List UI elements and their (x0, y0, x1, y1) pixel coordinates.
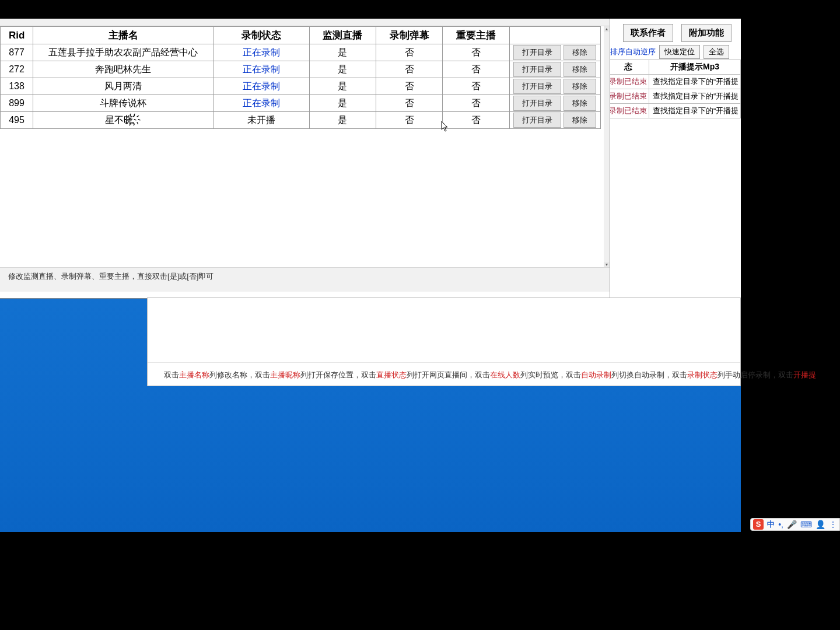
col-status[interactable]: 录制状态 (214, 27, 309, 44)
cell-state[interactable]: 录制已结束 (607, 89, 649, 104)
cell-mp3[interactable]: 查找指定目录下的“开播提 (649, 75, 741, 89)
scroll-up-icon[interactable]: ▴ (604, 26, 610, 32)
cell-actions: 打开目录 移除 (509, 44, 601, 61)
remove-button[interactable]: 移除 (564, 113, 596, 128)
table-row: 录制已结束查找指定目录下的“开播提 (607, 75, 741, 89)
cell-monitor[interactable]: 是 (309, 95, 376, 112)
cell-vip[interactable]: 否 (443, 61, 509, 78)
cell-actions: 打开目录 移除 (509, 95, 601, 112)
table-row: 138风月两清正在录制是否否打开目录 移除 (1, 78, 601, 95)
cell-danmu[interactable]: 否 (376, 61, 442, 78)
table-row: 录制已结束查找指定目录下的“开播提 (607, 89, 741, 104)
cell-mp3[interactable]: 查找指定目录下的“开播提 (649, 89, 741, 104)
col-danmu[interactable]: 录制弹幕 (376, 27, 442, 44)
col-vip[interactable]: 重要主播 (443, 27, 509, 44)
col-monitor[interactable]: 监测直播 (309, 27, 376, 44)
cell-rid[interactable]: 272 (1, 61, 33, 78)
cell-danmu[interactable]: 否 (376, 95, 442, 112)
cell-danmu[interactable]: 否 (376, 112, 442, 129)
cell-danmu[interactable]: 否 (376, 78, 442, 95)
ime-mic-icon[interactable]: 🎤 (787, 520, 797, 529)
side-panel: 联系作者 附加功能 ;排序自动逆序 快速定位 全选 态 开播提示Mp3 录制已结… (607, 19, 741, 299)
quick-locate-button[interactable]: 快速定位 (659, 45, 700, 59)
main-table: Rid 主播名 录制状态 监测直播 录制弹幕 重要主播 877五莲县手拉手助农农… (0, 26, 601, 129)
cell-vip[interactable]: 否 (443, 95, 509, 112)
cell-rid[interactable]: 877 (1, 44, 33, 61)
cell-name[interactable]: 风月两清 (33, 78, 214, 95)
col-actions (509, 27, 601, 44)
table-row: 877五莲县手拉手助农农副产品经营中心正在录制是否否打开目录 移除 (1, 44, 601, 61)
col-rid[interactable]: Rid (1, 27, 33, 44)
col-name[interactable]: 主播名 (33, 27, 214, 44)
underlying-window: 双击主播名称列修改名称，双击主播昵称列打开保存位置，双击直播状态列打开网页直播间… (147, 298, 741, 386)
cell-vip[interactable]: 否 (443, 112, 509, 129)
open-dir-button[interactable]: 打开目录 (513, 79, 561, 94)
select-all-button[interactable]: 全选 (704, 45, 729, 59)
extra-features-button[interactable]: 附加功能 (681, 24, 732, 42)
cell-rid[interactable]: 138 (1, 78, 33, 95)
side-col-mp3[interactable]: 开播提示Mp3 (649, 60, 741, 75)
remove-button[interactable]: 移除 (564, 62, 596, 77)
cell-actions: 打开目录 移除 (509, 61, 601, 78)
cell-actions: 打开目录 移除 (509, 78, 601, 95)
cell-rid[interactable]: 899 (1, 95, 33, 112)
contact-author-button[interactable]: 联系作者 (623, 24, 673, 42)
cell-mp3[interactable]: 查找指定目录下的“开播提 (649, 104, 741, 118)
table-row: 272奔跑吧林先生正在录制是否否打开目录 移除 (1, 61, 601, 78)
cell-name[interactable]: 五莲县手拉手助农农副产品经营中心 (33, 44, 214, 61)
side-table: 态 开播提示Mp3 录制已结束查找指定目录下的“开播提录制已结束查找指定目录下的… (607, 60, 741, 118)
sort-reverse-link[interactable]: ;排序自动逆序 (608, 47, 656, 57)
cell-status[interactable]: 正在录制 (214, 61, 309, 78)
cell-name[interactable]: 斗牌传说杯 (33, 95, 214, 112)
cell-danmu[interactable]: 否 (376, 44, 442, 61)
side-col-state[interactable]: 态 (607, 60, 649, 75)
cell-monitor[interactable]: 是 (309, 78, 376, 95)
dialog-titlebar[interactable] (0, 19, 610, 26)
open-dir-button[interactable]: 打开目录 (513, 62, 561, 77)
cell-status[interactable]: 正在录制 (214, 44, 309, 61)
ime-bar[interactable]: S 中 •, 🎤 ⌨ 👤 ⋮ (750, 518, 840, 531)
main-dialog: ▴ ▾ Rid 主播名 录制状态 监测直播 录制弹幕 重要主播 87 (0, 19, 610, 299)
cell-monitor[interactable]: 是 (309, 44, 376, 61)
open-dir-button[interactable]: 打开目录 (513, 113, 561, 128)
remove-button[interactable]: 移除 (564, 79, 596, 94)
open-dir-button[interactable]: 打开目录 (513, 45, 561, 60)
cell-monitor[interactable]: 是 (309, 61, 376, 78)
ime-menu-icon[interactable]: ⋮ (829, 520, 837, 529)
table-row: 899斗牌传说杯正在录制是否否打开目录 移除 (1, 95, 601, 112)
cell-name[interactable]: 星不晓҉҉ (33, 112, 214, 129)
cell-rid[interactable]: 495 (1, 112, 33, 129)
cell-state[interactable]: 录制已结束 (607, 104, 649, 118)
ime-keyboard-icon[interactable]: ⌨ (800, 520, 812, 529)
hint-bar: 修改监测直播、录制弹幕、重要主播，直接双击[是]或[否]即可 (0, 267, 610, 292)
cell-actions: 打开目录 移除 (509, 112, 601, 129)
cell-state[interactable]: 录制已结束 (607, 75, 649, 89)
ime-chinese-icon[interactable]: 中 (767, 519, 775, 530)
cell-status[interactable]: 正在录制 (214, 78, 309, 95)
ime-person-icon[interactable]: 👤 (816, 520, 825, 529)
ime-punct-icon[interactable]: •, (778, 520, 783, 529)
ime-sogou-icon[interactable]: S (753, 519, 764, 530)
cell-vip[interactable]: 否 (443, 78, 509, 95)
remove-button[interactable]: 移除 (564, 45, 596, 60)
cell-vip[interactable]: 否 (443, 44, 509, 61)
scrollbar[interactable]: ▴ ▾ (604, 26, 610, 268)
table-row: 录制已结束查找指定目录下的“开播提 (607, 104, 741, 118)
cell-monitor[interactable]: 是 (309, 112, 376, 129)
cell-status[interactable]: 未开播 (214, 112, 309, 129)
cell-name[interactable]: 奔跑吧林先生 (33, 61, 214, 78)
under-hint-text: 双击主播名称列修改名称，双击主播昵称列打开保存位置，双击直播状态列打开网页直播间… (148, 362, 740, 386)
table-row: 495星不晓҉҉未开播是否否打开目录 移除 (1, 112, 601, 129)
open-dir-button[interactable]: 打开目录 (513, 96, 561, 111)
cell-status[interactable]: 正在录制 (214, 95, 309, 112)
remove-button[interactable]: 移除 (564, 96, 596, 111)
